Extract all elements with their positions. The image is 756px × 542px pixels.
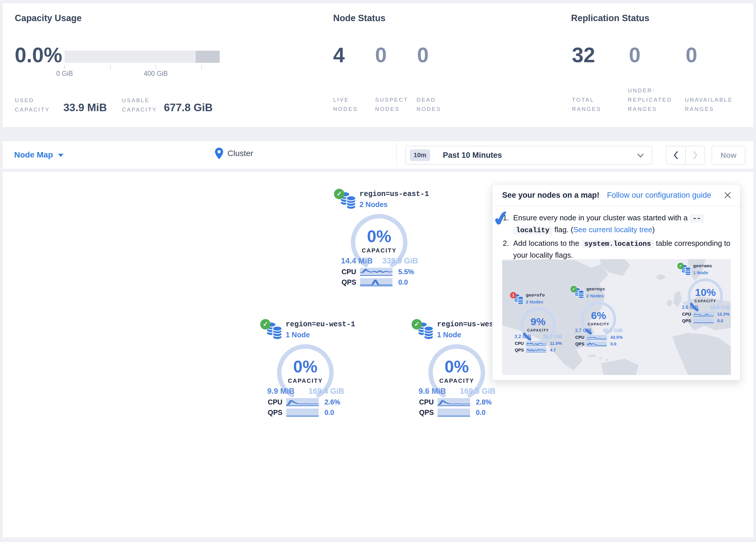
cpu-label: CPU [268, 398, 286, 406]
capacity-values: 3.6 GiB 34.4 GiB [682, 305, 729, 311]
badge-glyph: ✓ [414, 321, 419, 328]
capacity-label: CAPACITY [349, 247, 410, 254]
chevron-right-icon [692, 151, 698, 159]
axis-tick-label: 400 GiB [135, 70, 176, 78]
step-1: 1. Ensure every node in your cluster was… [503, 212, 733, 236]
step-number: 2. [503, 238, 513, 261]
popup-title: See your nodes on a map! [502, 191, 599, 200]
cpu-metric-row: CPU 2.8% [419, 398, 499, 407]
breadcrumb-label: Cluster [227, 149, 253, 158]
cluster-summary-panel: Capacity Usage 0.0% 0 GiB 400 GiB USEDCA… [2, 3, 754, 127]
dead-nodes-label: DEADNODES [416, 95, 441, 114]
cpu-value: 12.3% [717, 312, 729, 317]
cpu-label: CPU [575, 335, 587, 340]
total-capacity: 35.1 GiB [543, 334, 562, 340]
under-replicated-count: 0 [629, 43, 641, 67]
breadcrumb[interactable]: Cluster [215, 148, 253, 159]
time-range-value: Past 10 Minutes [443, 151, 502, 160]
time-step-back-button[interactable] [666, 146, 686, 164]
locality-tree-link[interactable]: See current locality tree [573, 225, 652, 234]
node-region-card[interactable]: ✓ geo=ams 1 Node 10% CAPACITY 3.6 GiB 34… [678, 262, 732, 324]
node-region-card[interactable]: 1 geo=sfo 2 Nodes 9% CAPACITY 3.2 GiB 35… [511, 291, 565, 353]
region-label: geo=sfo [526, 293, 545, 298]
unavailable-count: 0 [686, 43, 697, 67]
capacity-label: CAPACITY [580, 322, 617, 326]
used-capacity: 3.2 GiB [514, 334, 531, 340]
used-capacity: 14.4 MiB [341, 256, 373, 265]
capacity-percent: 0% [349, 226, 410, 246]
cpu-label: CPU [682, 312, 693, 317]
capacity-percent: 10% [687, 286, 724, 298]
total-capacity: 338.9 GiB [382, 256, 418, 265]
qps-label: QPS [419, 409, 438, 417]
cpu-sparkline [587, 335, 607, 340]
cpu-sparkline [526, 341, 546, 346]
qps-metric-row: QPS 0.0 [682, 318, 731, 324]
node-region-card[interactable]: ✓ geo=nyc 2 Nodes 6% CAPACITY 3.7 GiB 65… [572, 285, 625, 347]
used-capacity: 3.7 GiB [575, 328, 592, 334]
qps-value: 0.0 [398, 278, 408, 287]
code-snippet: locality [513, 226, 552, 234]
capacity-usage-percent: 0.0% [15, 43, 62, 67]
badge-glyph: 1 [512, 293, 515, 298]
qps-metric-row: QPS 4.7 [515, 347, 564, 353]
badge-glyph: ✓ [263, 321, 268, 328]
qps-label: QPS [342, 278, 360, 287]
region-label: region=eu-west-1 [286, 320, 355, 329]
time-step-buttons [666, 146, 705, 164]
node-status-badge: ✓ [334, 189, 344, 199]
view-selector-dropdown[interactable]: Node Map [14, 150, 63, 159]
qps-label: QPS [575, 341, 587, 346]
node-map-page: Capacity Usage 0.0% 0 GiB 400 GiB USEDCA… [0, 0, 756, 542]
cpu-value: 2.6% [324, 398, 340, 406]
node-count: 1 Node [286, 331, 310, 339]
view-toolbar: Node Map Cluster 10m Past 10 Minutes [2, 141, 754, 169]
capacity-values: 9.9 MiB 169.4 GiB [267, 387, 344, 396]
under-replicated-label: UNDER-REPLICATEDRANGES [628, 86, 672, 114]
qps-sparkline [526, 348, 546, 352]
node-region-card[interactable]: ✓ region=eu-west-1 1 Node 0% CAPACITY 9.… [262, 318, 349, 418]
configuration-steps: 1. Ensure every node in your cluster was… [503, 212, 733, 262]
cpu-label: CPU [342, 268, 360, 276]
configuration-guide-link[interactable]: Follow our configuration guide [607, 191, 711, 200]
total-capacity: 169.5 GiB [460, 387, 496, 396]
cpu-value: 42.5% [610, 335, 623, 340]
node-region-card[interactable]: ✓ region=us-east-1 2 Nodes 0% CAPACITY 1… [336, 187, 423, 287]
used-capacity-value: 33.9 MiB [63, 102, 107, 114]
total-capacity: 65.7 GiB [603, 328, 623, 334]
capacity-percent: 0% [275, 357, 336, 376]
qps-sparkline [360, 278, 392, 287]
close-icon[interactable] [723, 191, 732, 199]
capacity-label: CAPACITY [275, 378, 336, 384]
cpu-metric-row: CPU 11.0% [515, 341, 564, 346]
qps-sparkline [693, 318, 713, 323]
step-text: your locality flags. [513, 251, 573, 259]
step-text: table corresponding to [654, 239, 731, 247]
cpu-label: CPU [515, 341, 526, 346]
capacity-label: CAPACITY [519, 328, 557, 333]
now-button[interactable]: Now [712, 146, 745, 164]
cpu-metric-row: CPU 12.3% [682, 312, 731, 317]
node-region-card[interactable]: ✓ region=us-west-1 1 Node 0% CAPACITY 9.… [413, 318, 500, 418]
qps-value: 0.0 [324, 409, 334, 417]
time-step-forward-button[interactable] [685, 146, 705, 164]
capacity-usage-bar [65, 51, 220, 63]
dead-nodes-count: 0 [417, 43, 429, 67]
node-count: 1 Node [693, 270, 708, 275]
check-mark-icon: ✔ [491, 205, 511, 231]
cpu-sparkline [693, 312, 713, 317]
time-range-dropdown[interactable]: 10m Past 10 Minutes [405, 146, 652, 164]
node-count: 2 Nodes [586, 293, 604, 298]
used-capacity-label: USEDCAPACITY [15, 96, 50, 114]
chevron-down-icon [637, 152, 644, 158]
region-label: geo=nyc [586, 287, 605, 292]
node-status-badge: ✓ [260, 319, 271, 330]
cpu-sparkline [286, 398, 319, 406]
capacity-values: 3.7 GiB 65.7 GiB [575, 328, 623, 334]
badge-glyph: ✓ [679, 264, 682, 268]
axis-tick [156, 65, 156, 69]
capacity-values: 9.6 MiB 169.5 GiB [419, 387, 496, 396]
qps-value: 4.7 [550, 348, 556, 352]
axis-tick [201, 65, 202, 69]
capacity-percent: 6% [580, 309, 617, 322]
